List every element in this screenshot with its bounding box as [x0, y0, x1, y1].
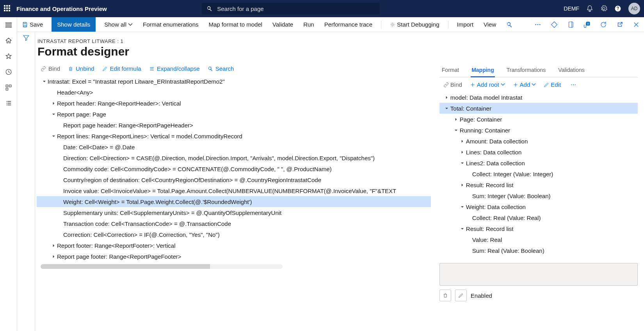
more-ellipsis-icon[interactable]	[533, 21, 543, 28]
tree-row[interactable]: Weight: Cell<Weight> = Total.Page.Weight…	[37, 196, 431, 207]
tree-row[interactable]: Commodity code: Cell<CommodityCode> = CO…	[37, 163, 431, 174]
global-search[interactable]	[202, 3, 380, 14]
show-all-button[interactable]: Show all	[103, 17, 134, 32]
chevron-right-icon[interactable]	[50, 101, 57, 106]
gear-icon[interactable]	[600, 5, 607, 12]
chevron-right-icon[interactable]	[50, 254, 57, 259]
tree-row[interactable]: Value: Real	[439, 234, 638, 245]
edit-binding-button[interactable]	[455, 290, 467, 301]
toolbar-search-icon[interactable]	[505, 21, 514, 28]
recent-icon[interactable]	[4, 67, 13, 77]
office-icon[interactable]	[566, 21, 575, 28]
tree-row[interactable]: Weight: Data collection	[439, 201, 638, 212]
performance-trace-button[interactable]: Performance trace	[323, 17, 374, 32]
help-icon[interactable]	[614, 5, 621, 12]
chevron-down-icon[interactable]	[459, 227, 466, 231]
chevron-down-icon[interactable]	[443, 106, 450, 111]
filter-icon[interactable]	[23, 34, 30, 331]
tab-mapping[interactable]: Mapping	[471, 64, 495, 77]
module-icon[interactable]	[4, 83, 13, 92]
chevron-right-icon[interactable]	[459, 139, 466, 143]
waffle-icon[interactable]	[4, 5, 10, 13]
mapping-more-icon[interactable]	[570, 82, 576, 88]
tree-row[interactable]: Collect: Integer (Value: Integer)	[439, 168, 638, 179]
tree-row[interactable]: Amount: Data collection	[439, 136, 638, 147]
map-format-button[interactable]: Map format to model	[207, 17, 264, 32]
mapping-edit-button[interactable]: Edit	[544, 81, 561, 88]
chevron-right-icon[interactable]	[459, 150, 466, 154]
tree-row[interactable]: Report footer: Range<ReportFooter>: Vert…	[37, 240, 431, 251]
chevron-down-icon[interactable]	[50, 134, 57, 138]
horizontal-scrollbar[interactable]	[41, 264, 283, 269]
chevron-down-icon[interactable]	[50, 112, 57, 116]
tree-row[interactable]: Header<Any>	[37, 87, 431, 98]
list-icon[interactable]	[4, 98, 13, 108]
validate-button[interactable]: Validate	[271, 17, 295, 32]
tree-row[interactable]: Country/region of destination: Cell<Coun…	[37, 174, 431, 185]
save-button[interactable]: Save	[20, 17, 44, 32]
tab-format[interactable]: Format	[441, 64, 460, 77]
tree-row[interactable]: Running: Container	[439, 125, 638, 136]
start-debugging-button[interactable]: Start Debugging	[388, 17, 441, 32]
avatar[interactable]: AD	[628, 3, 640, 14]
tree-row[interactable]: Date: Cell<Date> = @.Date	[37, 141, 431, 152]
expand-collapse-button[interactable]: Expand/collapse	[149, 65, 200, 72]
binding-expression-box[interactable]	[439, 263, 638, 286]
company-code[interactable]: DEMF	[564, 5, 579, 12]
tree-row[interactable]: Lines: Data collection	[439, 147, 638, 157]
chevron-down-icon[interactable]	[41, 79, 48, 84]
unbind-button[interactable]: Unbind	[68, 65, 94, 72]
attachment-badge-icon[interactable]: 0	[582, 21, 592, 28]
tree-row[interactable]: Correction: Cell<Correction> = IF(@.Corr…	[37, 229, 431, 240]
format-enum-button[interactable]: Format enumerations	[141, 17, 200, 32]
import-button[interactable]: Import	[455, 17, 475, 32]
search-input[interactable]	[216, 5, 375, 13]
chevron-down-icon[interactable]	[459, 161, 466, 165]
tree-row[interactable]: Invoice value: Cell<InvoiceValue> = Tota…	[37, 185, 431, 196]
tree-row[interactable]: Intrastat: Excel = "Intrastat report Lit…	[37, 76, 431, 87]
run-button[interactable]: Run	[302, 17, 316, 32]
tree-row[interactable]: Total: Container	[439, 103, 638, 114]
chevron-right-icon[interactable]	[459, 183, 466, 187]
chevron-right-icon[interactable]	[443, 95, 450, 100]
chevron-down-icon[interactable]	[459, 205, 466, 209]
tree-search-button[interactable]: Search	[208, 65, 234, 72]
tree-row[interactable]: Result: Record list	[439, 223, 638, 234]
mapping-bind-button[interactable]: Bind	[443, 81, 462, 88]
bell-icon[interactable]	[586, 5, 593, 12]
bind-button[interactable]: Bind	[41, 65, 60, 72]
tree-row[interactable]: Report page: Page	[37, 109, 431, 120]
tree-row[interactable]: Report page footer: Range<ReportPageFoot…	[37, 251, 431, 262]
edit-formula-button[interactable]: Edit formula	[102, 65, 141, 72]
tree-row[interactable]: Supplementary units: Cell<SupplementaryU…	[37, 207, 431, 218]
tree-row[interactable]: model: Data model Intrastat	[439, 92, 638, 103]
add-button[interactable]: Add	[513, 81, 536, 88]
star-icon[interactable]	[4, 52, 13, 61]
close-icon[interactable]	[632, 21, 641, 28]
diamond-icon[interactable]	[550, 21, 559, 28]
tab-validations[interactable]: Validations	[557, 64, 585, 77]
tree-row[interactable]: Result: Record list	[439, 179, 638, 190]
refresh-icon[interactable]	[599, 21, 608, 28]
tree-row[interactable]: Page: Container	[439, 114, 638, 125]
view-button[interactable]: View	[482, 17, 498, 32]
delete-binding-button[interactable]	[439, 290, 451, 301]
tree-row[interactable]: Sum: Integer (Value: Boolean)	[439, 190, 638, 201]
show-details-button[interactable]: Show details	[52, 17, 96, 32]
tree-row[interactable]: Sum: Real (Value: Boolean)	[439, 245, 638, 256]
hamburger-icon[interactable]	[4, 20, 13, 30]
tab-transformations[interactable]: Transformations	[506, 64, 547, 77]
tree-row[interactable]: Collect: Real (Value: Real)	[439, 212, 638, 223]
home-icon[interactable]	[4, 36, 13, 45]
popout-icon[interactable]	[615, 21, 624, 28]
tree-row[interactable]: Report lines: Range<ReportLines>: Vertic…	[37, 131, 431, 141]
tree-row[interactable]: Report header: Range<ReportHeader>: Vert…	[37, 98, 431, 109]
add-root-button[interactable]: Add root	[470, 81, 505, 88]
chevron-right-icon[interactable]	[50, 243, 57, 248]
chevron-right-icon[interactable]	[453, 117, 460, 122]
tree-row[interactable]: Lines2: Data collection	[439, 157, 638, 168]
tree-row[interactable]: Transaction code: Cell<TransactionCode> …	[37, 218, 431, 229]
tree-row[interactable]: Report page header: Range<ReportPageHead…	[37, 120, 431, 131]
tree-row[interactable]: Direction: Cell<Direction> = CASE(@.Dire…	[37, 152, 431, 163]
chevron-down-icon[interactable]	[453, 128, 460, 132]
